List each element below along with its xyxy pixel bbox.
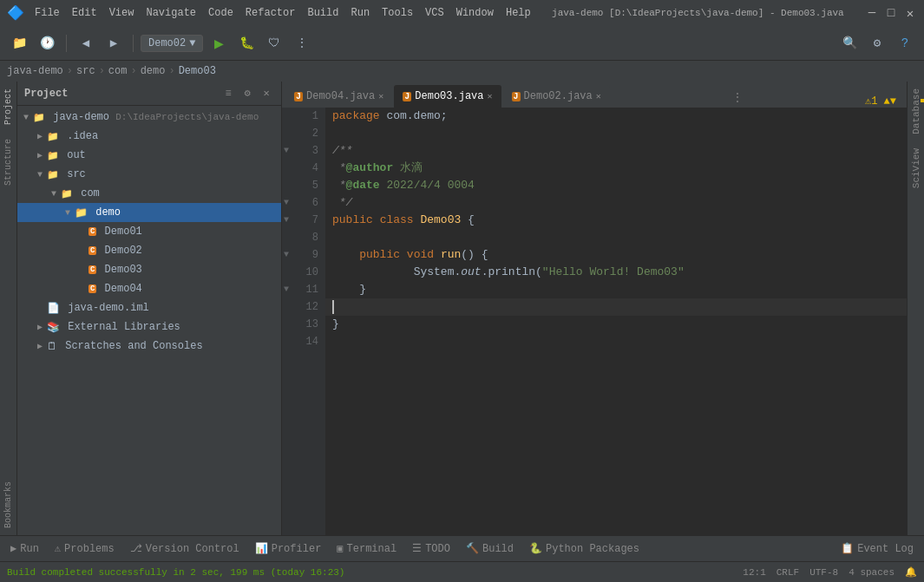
notifications-icon[interactable]: 🔔	[905, 566, 917, 578]
panel-close-btn[interactable]: ✕	[259, 86, 274, 101]
menu-code[interactable]: Code	[208, 7, 233, 19]
bottom-tab-profiler[interactable]: 📊 Profiler	[248, 538, 329, 560]
run-button[interactable]: ▶	[206, 31, 231, 56]
indent-setting[interactable]: 4 spaces	[849, 567, 895, 578]
search-everywhere-btn[interactable]: 🔍	[837, 31, 862, 56]
tree-item-demo01[interactable]: C Demo01	[17, 222, 281, 241]
fold-arrow-icon[interactable]: ▼	[284, 212, 289, 229]
run-config-selector[interactable]: Demo02 ▼	[141, 35, 203, 52]
text-cursor	[332, 300, 334, 314]
tree-item-out[interactable]: ▶ 📁 out	[17, 146, 281, 165]
run-with-coverage[interactable]: 🛡	[262, 31, 286, 56]
code-line-3: /**	[325, 142, 907, 160]
bottom-tab-terminal[interactable]: ▣ Terminal	[330, 538, 403, 560]
tab-demo04[interactable]: J Demo04.java ✕	[285, 85, 392, 108]
folder-icon: 📁	[47, 150, 59, 161]
menu-tools[interactable]: Tools	[382, 7, 413, 19]
menu-window[interactable]: Window	[456, 7, 494, 19]
menu-file[interactable]: File	[35, 7, 60, 19]
tree-item-ext-libs[interactable]: ▶ 📚 External Libraries	[17, 317, 281, 337]
tree-item-demo03[interactable]: C Demo03	[17, 260, 281, 279]
tree-item-demo02[interactable]: C Demo02	[17, 241, 281, 260]
toolbar-nav-back[interactable]: ◀	[74, 31, 98, 56]
javadoc-tag: @date	[346, 177, 380, 194]
tab-close-btn[interactable]: ✕	[488, 91, 493, 101]
code-line-12[interactable]	[325, 298, 907, 316]
panel-scope-btn[interactable]: ≡	[220, 86, 236, 101]
fold-arrow-icon[interactable]: ▼	[284, 246, 289, 264]
code-content[interactable]: package com.demo; /** * @author 水滴	[325, 108, 907, 535]
arrow-icon: ▶	[35, 341, 45, 351]
encoding[interactable]: UTF-8	[809, 567, 838, 578]
toolbar-recent-btn[interactable]: 🕐	[35, 31, 59, 56]
code-line-2	[325, 125, 907, 142]
maximize-button[interactable]: □	[884, 6, 898, 20]
menu-build[interactable]: Build	[307, 7, 338, 19]
minimize-button[interactable]: ─	[865, 6, 879, 20]
toolbar-nav-fwd[interactable]: ▶	[102, 31, 126, 56]
gutter-line-12: 12	[282, 298, 325, 316]
breadcrumb-part-4[interactable]: demo	[141, 65, 166, 77]
breadcrumb-sep-3: ›	[130, 65, 136, 77]
line-ending[interactable]: CRLF	[777, 567, 799, 578]
close-button[interactable]: ✕	[903, 6, 917, 20]
gutter-line-9: ▼ 9	[282, 246, 325, 264]
method-name: run	[441, 246, 461, 264]
breadcrumb-part-5[interactable]: Demo03	[179, 65, 216, 77]
panel-settings-btn[interactable]: ⚙	[239, 86, 255, 101]
left-tab-structure[interactable]: Structure	[2, 132, 15, 193]
tab-close-btn[interactable]: ✕	[378, 91, 383, 101]
bottom-tab-build[interactable]: 🔨 Build	[459, 538, 521, 560]
code-text: }	[332, 281, 366, 298]
more-run-tools[interactable]: ⋮	[290, 31, 314, 56]
sidebar-database-label[interactable]: Database	[909, 82, 923, 141]
bottom-tab-vcs[interactable]: ⎇ Version Control	[123, 538, 246, 560]
line-number: 10	[306, 264, 318, 281]
tree-item-com[interactable]: ▼ 📁 com	[17, 184, 281, 203]
menu-help[interactable]: Help	[506, 7, 531, 19]
menu-vcs[interactable]: VCS	[425, 7, 444, 19]
gutter-line-8: 8	[282, 229, 325, 246]
folder-icon: 📁	[47, 169, 59, 180]
tree-item-scratches[interactable]: ▶ 🗒 Scratches and Consoles	[17, 337, 281, 356]
fold-arrow-icon[interactable]: ▼	[284, 281, 289, 298]
left-tab-bookmarks[interactable]: Bookmarks	[2, 474, 15, 535]
tree-item-demo04[interactable]: C Demo04	[17, 279, 281, 298]
comment: */	[332, 194, 352, 212]
menu-run[interactable]: Run	[351, 7, 370, 19]
menu-edit[interactable]: Edit	[72, 7, 97, 19]
tab-demo02[interactable]: J Demo02.java ✕	[503, 85, 610, 108]
tab-close-btn[interactable]: ✕	[596, 91, 601, 101]
bottom-tab-python[interactable]: 🐍 Python Packages	[522, 538, 646, 560]
breadcrumb-part-1[interactable]: java-demo	[7, 65, 63, 77]
breadcrumb-part-2[interactable]: src	[76, 65, 95, 77]
tree-item-root[interactable]: ▼ 📁 java-demo D:\IdeaProjects\java-demo	[17, 108, 281, 127]
tab-more-btn[interactable]: ⋮	[729, 88, 746, 108]
bottom-tab-todo[interactable]: ☰ TODO	[405, 538, 457, 560]
tree-item-idea[interactable]: ▶ 📁 .idea	[17, 127, 281, 146]
code-text: {	[461, 212, 475, 229]
cursor-position[interactable]: 12:1	[743, 567, 765, 578]
bottom-tab-run[interactable]: ▶ Run	[3, 538, 46, 560]
sidebar-sciview-label[interactable]: SciView	[909, 141, 923, 195]
tree-item-iml[interactable]: 📄 java-demo.iml	[17, 298, 281, 317]
settings-btn[interactable]: ⚙	[865, 31, 889, 56]
tab-demo03[interactable]: J Demo03.java ✕	[394, 85, 501, 108]
tree-item-demo[interactable]: ▼ 📁 demo	[17, 203, 281, 222]
fold-arrow-icon[interactable]: ▼	[284, 194, 289, 212]
line-number: 5	[312, 177, 318, 194]
tree-item-src[interactable]: ▼ 📁 src	[17, 165, 281, 184]
help-btn[interactable]: ?	[893, 31, 917, 56]
bottom-tab-label: Build	[482, 543, 514, 555]
left-tab-project[interactable]: Project	[2, 82, 15, 132]
code-editor[interactable]: 1 2 ▼ 3 4 5 ▼ 6 ▼ 7 8 ▼ 9	[282, 108, 907, 535]
menu-navigate[interactable]: Navigate	[146, 7, 196, 19]
fold-arrow-icon[interactable]: ▼	[284, 142, 289, 160]
menu-view[interactable]: View	[109, 7, 134, 19]
toolbar-project-btn[interactable]: 📁	[7, 31, 31, 56]
menu-refactor[interactable]: Refactor	[246, 7, 296, 19]
breadcrumb-part-3[interactable]: com	[108, 65, 128, 77]
event-log-btn[interactable]: 📋 Event Log	[834, 538, 921, 560]
debug-button[interactable]: 🐛	[234, 31, 259, 56]
bottom-tab-problems[interactable]: ⚠ Problems	[48, 538, 121, 560]
